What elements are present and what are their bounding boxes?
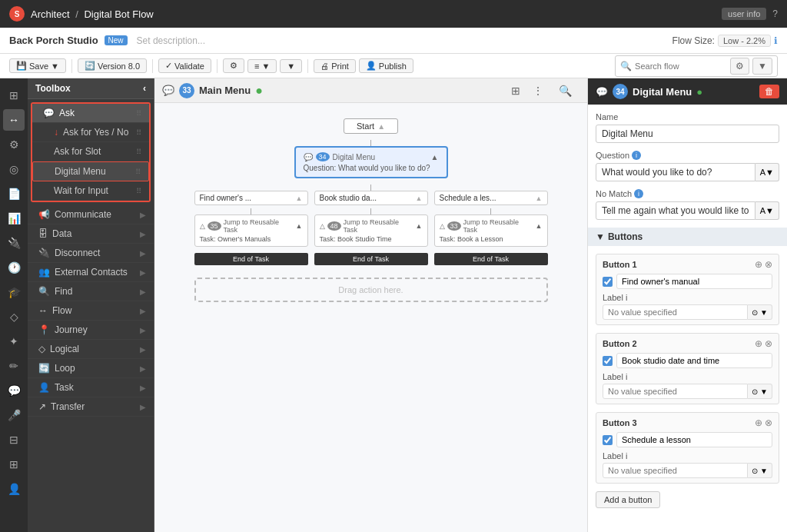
rp-question-btn[interactable]: A▼ (755, 163, 779, 181)
button-3-add-action[interactable]: ⊕ (755, 417, 762, 428)
button-3-checkbox[interactable] (603, 435, 613, 445)
toolbox-item-ask-slot[interactable]: Ask for Slot ⠿ (32, 142, 149, 161)
node-expand-icon[interactable]: ▲ (431, 153, 439, 161)
branch-2-task[interactable]: △ 48 Jump to Reusable Task ▲ Task: Book … (314, 214, 428, 247)
toolbox-item-logical[interactable]: ◇ Logical ▶ (28, 340, 154, 359)
toolbar-icon-btn-3[interactable]: ▼ (280, 59, 302, 73)
toolbox-item-loop[interactable]: 🔄 Loop ▶ (28, 359, 154, 378)
branch-3-task[interactable]: △ 33 Jump to Reusable Task ▲ Task: Book … (434, 214, 548, 247)
button-1-header: Button 1 ⊕ ⊗ (603, 259, 772, 270)
second-bar: Back Porch Studio New Set description...… (0, 28, 787, 54)
button-1-checkbox[interactable] (603, 277, 613, 287)
button-1-remove-action[interactable]: ⊗ (765, 259, 772, 270)
button-3-remove-action[interactable]: ⊗ (765, 417, 772, 428)
publish-button[interactable]: 👤 Publish (359, 58, 413, 73)
nav-icon-flow[interactable]: ↔ (3, 109, 25, 131)
task-2-expand[interactable]: ▲ (416, 222, 423, 230)
button-1-name-input[interactable] (616, 274, 772, 289)
toolbox-item-ask[interactable]: 💬 Ask ⠿ (32, 104, 149, 123)
toolbox-item-task[interactable]: 👤 Task ▶ (28, 378, 154, 397)
canvas-more-btn[interactable]: ⋮ (528, 83, 548, 98)
toolbox-item-flow[interactable]: ↔ Flow ▶ (28, 301, 154, 321)
nav-icon-edit[interactable]: ✏ (3, 355, 25, 377)
toolbox-item-transfer[interactable]: ↗ Transfer ▶ (28, 397, 154, 417)
nav-icon-circle[interactable]: ◎ (3, 158, 25, 180)
version-button[interactable]: 🔄 Version 8.0 (78, 58, 147, 73)
button-2-add-action[interactable]: ⊕ (755, 338, 762, 349)
toolbar-icon-btn-2[interactable]: ≡ ▼ (247, 59, 277, 73)
canvas-search-btn[interactable]: 🔍 (554, 83, 576, 98)
nav-icon-person[interactable]: 👤 (3, 478, 25, 500)
nav-icon-grid[interactable]: ⊞ (3, 454, 25, 475)
search-settings-button[interactable]: ⚙ (730, 58, 749, 75)
help-icon[interactable]: ? (772, 8, 778, 19)
rph-chat-icon: 💬 (596, 86, 608, 98)
buttons-section-header[interactable]: ▼ Buttons (588, 228, 787, 246)
nav-icon-mic[interactable]: 🎤 (3, 404, 25, 426)
nav-icon-chat[interactable]: 💬 (3, 380, 25, 401)
toolbox-item-disconnect[interactable]: 🔌 Disconnect ▶ (28, 244, 154, 263)
right-panel-header: 💬 34 Digital Menu ● 🗑 (588, 78, 787, 105)
toolbar-icon-btn-1[interactable]: ⚙ (223, 58, 244, 73)
set-description[interactable]: Set description... (137, 35, 205, 46)
task-1-expand[interactable]: ▲ (296, 222, 303, 230)
branch-1-task[interactable]: △ 35 Jump to Reusable Task ▲ Task: Owner… (194, 214, 308, 247)
rp-name-input[interactable] (596, 125, 779, 143)
search-flow-input[interactable] (635, 62, 727, 71)
nav-icon-diamond[interactable]: ◇ (3, 306, 25, 328)
button-1-label-btn[interactable]: ⊙ ▼ (748, 304, 772, 320)
nav-icon-star[interactable]: ✦ (3, 331, 25, 352)
button-3-label-row: Label i ⊙ ▼ (603, 451, 772, 478)
button-2-checkbox[interactable] (603, 356, 613, 366)
nav-icon-home[interactable]: ⊞ (3, 85, 25, 106)
button-3-label-input[interactable] (603, 463, 748, 478)
rph-delete-button[interactable]: 🗑 (759, 85, 779, 98)
button-2-remove-action[interactable]: ⊗ (765, 338, 772, 349)
button-3-label-wrap: ⊙ ▼ (603, 463, 772, 478)
save-button[interactable]: 💾 Save ▼ (9, 58, 66, 73)
rp-question-input[interactable] (596, 163, 755, 181)
toolbox-item-journey[interactable]: 📍 Journey ▶ (28, 321, 154, 340)
task-3-expand[interactable]: ▲ (536, 222, 543, 230)
branch-3-label[interactable]: Schedule a les... ▲ (434, 191, 548, 205)
button-1-label-input[interactable] (603, 304, 748, 320)
branch-1-label[interactable]: Find owner's ... ▲ (194, 191, 308, 205)
rp-no-match-btn[interactable]: A▼ (755, 201, 779, 220)
print-button[interactable]: 🖨 Print (314, 59, 356, 73)
toolbox-item-communicate[interactable]: 📢 Communicate ▶ (28, 205, 154, 224)
canvas-badge: 33 (179, 83, 194, 98)
canvas-tools: ⊞ ⋮ (506, 83, 548, 98)
search-more-button[interactable]: ▼ (752, 58, 772, 75)
nav-icon-clock[interactable]: 🕐 (3, 257, 25, 278)
toolbox-item-find[interactable]: 🔍 Find ▶ (28, 282, 154, 301)
nav-icon-plug[interactable]: 🔌 (3, 232, 25, 254)
toolbox-item-data[interactable]: 🗄 Data ▶ (28, 224, 154, 244)
button-2-label-input[interactable] (603, 384, 748, 399)
toolbox-item-external-contacts[interactable]: 👥 External Contacts ▶ (28, 263, 154, 282)
drag-action-zone[interactable]: Drag action here. (194, 278, 548, 302)
drag-action-label: Drag action here. (338, 285, 403, 294)
ask-slot-label: Ask for Slot (54, 146, 101, 157)
toolbox-item-digital-menu[interactable]: Digital Menu ⠿ (32, 161, 149, 181)
button-2-label-btn[interactable]: ⊙ ▼ (748, 384, 772, 399)
nav-icon-chart[interactable]: 📊 (3, 208, 25, 229)
validate-button[interactable]: ✓ Validate (158, 58, 211, 73)
toolbox-collapse-icon[interactable]: ‹ (143, 83, 146, 94)
button-1-add-action[interactable]: ⊕ (755, 259, 762, 270)
add-button-btn[interactable]: Add a button (596, 491, 660, 508)
toolbox-item-wait-input[interactable]: Wait for Input ⠿ (32, 181, 149, 201)
nav-icon-layers[interactable]: ⊟ (3, 429, 25, 451)
flow-main-node[interactable]: 💬 34 Digital Menu ▲ Question: What would… (294, 146, 448, 178)
branch-2-label[interactable]: Book studio da... ▲ (314, 191, 428, 205)
nav-icon-doc[interactable]: 📄 (3, 183, 25, 204)
task-2-icon: △ (320, 222, 325, 230)
nav-icon-settings[interactable]: ⚙ (3, 134, 25, 155)
button-3-label-btn[interactable]: ⊙ ▼ (748, 463, 772, 478)
button-3-name-input[interactable] (616, 432, 772, 447)
rp-no-match-input[interactable] (596, 201, 755, 220)
button-2-name-input[interactable] (616, 353, 772, 368)
nav-icon-grad[interactable]: 🎓 (3, 281, 25, 303)
canvas-arrange-btn[interactable]: ⊞ (506, 83, 525, 98)
task-2-name: Task: Book Studio Time (320, 235, 423, 243)
toolbox-item-ask-yes-no[interactable]: ↓ Ask for Yes / No ⠿ (32, 123, 149, 142)
